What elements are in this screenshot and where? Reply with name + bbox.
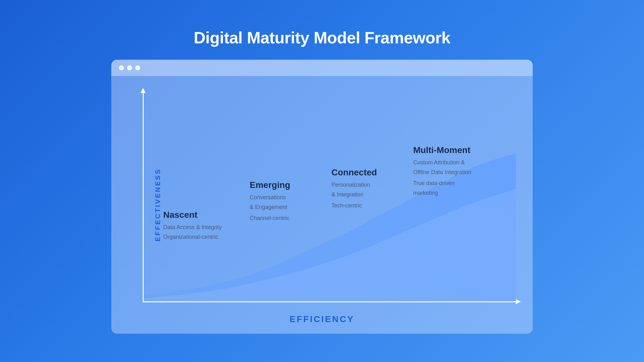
stage-nascent-detail: Data Access & Integrity Organizational-c… xyxy=(163,223,222,241)
stage-multimoment-detail: Custom Attribution & Offline Data Integr… xyxy=(413,158,471,197)
browser-window: EFFECTIVENESS EFFICIENCY Nascent xyxy=(111,60,533,334)
stage-nascent: Nascent Data Access & Integrity Organiza… xyxy=(163,210,222,243)
stage-multimoment-title: Multi-Moment xyxy=(413,145,471,155)
browser-chrome xyxy=(111,60,533,76)
stage-connected: Connected Personalization & Integration … xyxy=(331,167,377,211)
dot-red xyxy=(119,65,124,70)
stage-connected-detail: Personalization & Integration Tech-centr… xyxy=(331,181,377,210)
stage-connected-title: Connected xyxy=(331,167,377,178)
axis-x-label: EFFICIENCY xyxy=(290,314,354,324)
page-title: Digital Maturity Model Framework xyxy=(194,28,450,47)
stage-emerging-detail: Conversations & Engagement Channel-centr… xyxy=(250,193,290,222)
stage-emerging-title: Emerging xyxy=(250,180,290,190)
dot-green xyxy=(135,65,140,70)
stage-emerging: Emerging Conversations & Engagement Chan… xyxy=(250,180,290,224)
stage-multimoment: Multi-Moment Custom Attribution & Offlin… xyxy=(413,145,471,199)
axis-x xyxy=(143,301,517,302)
dot-yellow xyxy=(127,65,132,70)
browser-body: EFFECTIVENESS EFFICIENCY Nascent xyxy=(111,76,533,334)
stage-nascent-title: Nascent xyxy=(163,210,222,220)
